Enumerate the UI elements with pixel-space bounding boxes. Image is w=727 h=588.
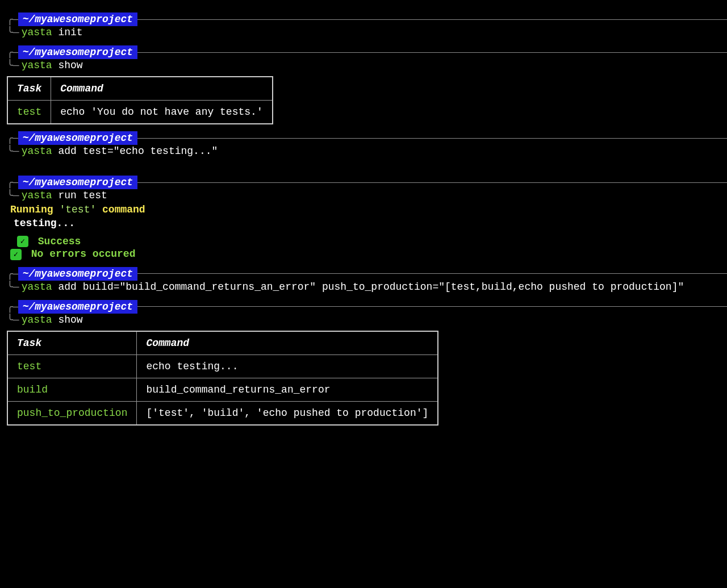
success-line: ✓ Success bbox=[17, 236, 727, 247]
check-icon: ✓ bbox=[10, 249, 22, 260]
prompt-header: ╭─ ~/myawesomeproject bbox=[0, 176, 727, 189]
command-args: run test bbox=[58, 190, 107, 201]
command-line[interactable]: ╰─ yasta add build="build_command_return… bbox=[0, 281, 727, 293]
command-text: yasta run test bbox=[22, 190, 107, 201]
header-task: Task bbox=[7, 77, 51, 101]
prompt-header: ╭─ ~/myawesomeproject bbox=[0, 131, 727, 145]
prompt-block-6: ╭─ ~/myawesomeproject ╰─ yasta show bbox=[0, 300, 727, 326]
path-badge: ~/myawesomeproject bbox=[18, 131, 137, 145]
command-tool: yasta bbox=[22, 60, 52, 71]
command-tool: yasta bbox=[22, 281, 52, 293]
running-suffix: command bbox=[96, 204, 145, 215]
command-tool: yasta bbox=[22, 314, 52, 326]
task-cell: push_to_production bbox=[7, 401, 137, 425]
task-cell: build bbox=[7, 378, 137, 401]
path-badge: ~/myawesomeproject bbox=[18, 45, 137, 59]
command-line[interactable]: ╰─ yasta show bbox=[0, 314, 727, 326]
running-prefix: Running bbox=[10, 204, 59, 215]
running-quoted: 'test' bbox=[59, 204, 96, 215]
header-command: Command bbox=[137, 331, 438, 355]
prompt-header: ╭─ ~/myawesomeproject bbox=[0, 45, 727, 59]
command-cell: echo 'You do not have any tests.' bbox=[51, 101, 273, 124]
command-args: show bbox=[58, 314, 82, 326]
command-cell: build_command_returns_an_error bbox=[137, 378, 438, 401]
running-line: Running 'test' command bbox=[10, 204, 727, 215]
box-corner-top: ╭─ bbox=[7, 46, 19, 59]
box-corner-bottom: ╰─ bbox=[7, 145, 19, 157]
command-tool: yasta bbox=[22, 145, 52, 157]
horizontal-rule bbox=[137, 273, 727, 274]
command-text: yasta init bbox=[22, 27, 83, 38]
command-args: init bbox=[58, 27, 82, 38]
box-corner-bottom: ╰─ bbox=[7, 59, 19, 72]
box-corner-bottom: ╰─ bbox=[7, 314, 19, 326]
command-line[interactable]: ╰─ yasta add test="echo testing..." bbox=[0, 145, 727, 157]
check-icon: ✓ bbox=[17, 236, 28, 247]
prompt-block-4: ╭─ ~/myawesomeproject ╰─ yasta run test bbox=[0, 176, 727, 202]
box-corner-top: ╭─ bbox=[7, 13, 19, 26]
prompt-block-3: ╭─ ~/myawesomeproject ╰─ yasta add test=… bbox=[0, 131, 727, 157]
path-badge: ~/myawesomeproject bbox=[18, 300, 137, 314]
horizontal-rule bbox=[137, 182, 727, 183]
box-corner-bottom: ╰─ bbox=[7, 189, 19, 202]
table-row: build build_command_returns_an_error bbox=[7, 378, 438, 401]
box-corner-bottom: ╰─ bbox=[7, 281, 19, 293]
path-badge: ~/myawesomeproject bbox=[18, 267, 137, 281]
command-line[interactable]: ╰─ yasta run test bbox=[0, 189, 727, 202]
command-line[interactable]: ╰─ yasta show bbox=[0, 59, 727, 72]
table-header-row: Task Command bbox=[7, 331, 438, 355]
box-corner-top: ╭─ bbox=[7, 268, 19, 280]
box-corner-bottom: ╰─ bbox=[7, 26, 19, 39]
table-row: push_to_production ['test', 'build', 'ec… bbox=[7, 401, 438, 425]
task-cell: test bbox=[7, 355, 137, 378]
prompt-block-1: ╭─ ~/myawesomeproject ╰─ yasta init bbox=[0, 12, 727, 39]
prompt-header: ╭─ ~/myawesomeproject bbox=[0, 267, 727, 281]
command-args: add build="build_command_returns_an_erro… bbox=[58, 281, 684, 293]
prompt-header: ╭─ ~/myawesomeproject bbox=[0, 12, 727, 26]
box-corner-top: ╭─ bbox=[7, 301, 19, 313]
header-command: Command bbox=[51, 77, 273, 101]
horizontal-rule bbox=[137, 19, 727, 20]
command-cell: echo testing... bbox=[137, 355, 438, 378]
box-corner-top: ╭─ bbox=[7, 176, 19, 189]
table-header-row: Task Command bbox=[7, 77, 273, 101]
noerror-line: ✓ No errors occured bbox=[10, 248, 727, 260]
command-text: yasta show bbox=[22, 314, 83, 326]
noerror-text: No errors occured bbox=[31, 249, 136, 260]
command-tool: yasta bbox=[22, 190, 52, 201]
command-args: show bbox=[58, 60, 82, 71]
horizontal-rule bbox=[137, 52, 727, 53]
command-text: yasta add build="build_command_returns_a… bbox=[22, 281, 684, 293]
prompt-block-2: ╭─ ~/myawesomeproject ╰─ yasta show bbox=[0, 45, 727, 72]
box-corner-top: ╭─ bbox=[7, 132, 19, 144]
table-row: test echo testing... bbox=[7, 355, 438, 378]
success-text: Success bbox=[38, 236, 81, 247]
command-cell: ['test', 'build', 'echo pushed to produc… bbox=[137, 401, 438, 425]
horizontal-rule bbox=[137, 138, 727, 139]
tasks-table-1: Task Command test echo 'You do not have … bbox=[7, 76, 273, 124]
horizontal-rule bbox=[137, 306, 727, 307]
command-text: yasta show bbox=[22, 60, 83, 71]
command-tool: yasta bbox=[22, 27, 52, 38]
path-badge: ~/myawesomeproject bbox=[18, 176, 137, 189]
header-task: Task bbox=[7, 331, 137, 355]
tasks-table-2: Task Command test echo testing... build … bbox=[7, 331, 438, 426]
stdout-line: testing... bbox=[14, 218, 727, 229]
prompt-block-5: ╭─ ~/myawesomeproject ╰─ yasta add build… bbox=[0, 267, 727, 293]
task-cell: test bbox=[7, 101, 51, 124]
path-badge: ~/myawesomeproject bbox=[18, 12, 137, 26]
command-args: add test="echo testing..." bbox=[58, 145, 218, 157]
prompt-header: ╭─ ~/myawesomeproject bbox=[0, 300, 727, 314]
table-row: test echo 'You do not have any tests.' bbox=[7, 101, 273, 124]
command-line[interactable]: ╰─ yasta init bbox=[0, 26, 727, 39]
command-text: yasta add test="echo testing..." bbox=[22, 145, 218, 157]
